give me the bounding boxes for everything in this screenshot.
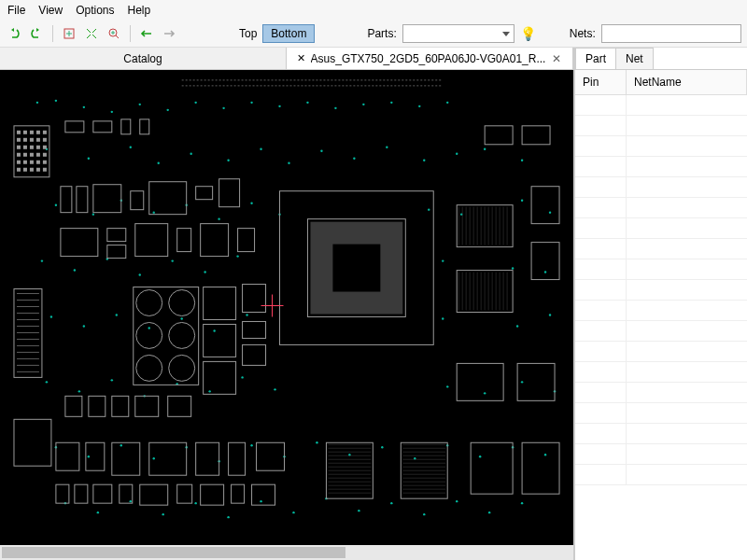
svg-point-20 <box>88 158 90 160</box>
svg-point-57 <box>83 325 85 327</box>
table-row[interactable] <box>575 465 747 485</box>
svg-point-4 <box>55 100 57 102</box>
svg-point-50 <box>172 259 174 261</box>
menu-options[interactable]: Options <box>76 4 114 17</box>
svg-rect-154 <box>43 161 47 164</box>
svg-point-52 <box>236 255 238 257</box>
nets-label: Nets: <box>570 27 596 40</box>
svg-point-37 <box>153 211 155 213</box>
table-row[interactable] <box>575 259 747 280</box>
svg-point-30 <box>423 160 425 161</box>
svg-point-79 <box>88 455 90 457</box>
table-row[interactable] <box>575 116 747 136</box>
side-tab-part[interactable]: Part <box>575 48 616 69</box>
table-row[interactable] <box>575 218 747 239</box>
svg-point-80 <box>120 444 122 446</box>
separator <box>52 25 53 42</box>
svg-point-84 <box>250 444 252 446</box>
tab-catalog[interactable]: Catalog <box>0 48 287 69</box>
table-row[interactable] <box>575 136 747 157</box>
svg-point-46 <box>41 259 43 261</box>
close-icon[interactable]: ✕ <box>551 53 562 64</box>
col-header-netname[interactable]: NetName <box>627 70 747 94</box>
svg-rect-148 <box>36 153 40 157</box>
svg-point-7 <box>139 104 141 105</box>
table-row[interactable] <box>575 424 747 444</box>
table-row[interactable] <box>575 342 747 362</box>
svg-rect-138 <box>36 138 40 142</box>
tab-document[interactable]: ✕ Asus_GTX750_2GD5_60PA06J0-VG0A01_R... … <box>287 48 573 69</box>
menu-help[interactable]: Help <box>128 4 151 17</box>
redo-icon[interactable] <box>28 25 45 42</box>
svg-rect-152 <box>30 161 34 164</box>
nav-back-icon[interactable] <box>138 25 155 42</box>
table-row[interactable] <box>575 95 747 116</box>
svg-point-91 <box>479 455 481 457</box>
zoom-window-icon[interactable] <box>83 25 100 42</box>
svg-point-44 <box>521 199 523 201</box>
table-row[interactable] <box>575 362 747 383</box>
svg-point-24 <box>227 160 229 161</box>
svg-rect-149 <box>43 153 47 157</box>
nav-forward-icon[interactable] <box>161 25 177 42</box>
nets-input[interactable] <box>601 24 741 43</box>
svg-point-42 <box>428 208 430 210</box>
table-row[interactable] <box>575 198 747 218</box>
svg-point-100 <box>260 500 261 502</box>
svg-point-31 <box>456 153 458 155</box>
canvas-scrollbar-h[interactable] <box>0 545 573 560</box>
svg-point-101 <box>292 511 294 513</box>
undo-icon[interactable] <box>6 25 22 42</box>
svg-point-104 <box>390 502 392 504</box>
layer-bottom-button[interactable]: Bottom <box>262 24 315 43</box>
svg-point-68 <box>111 379 113 381</box>
table-row[interactable] <box>575 280 747 301</box>
menu-file[interactable]: File <box>7 4 25 17</box>
bulb-icon[interactable]: 💡 <box>520 26 536 41</box>
side-panel: Part Net Pin NetName <box>574 48 747 560</box>
svg-point-61 <box>213 329 215 331</box>
svg-point-59 <box>148 327 150 329</box>
toolbar: Top Bottom Parts: 💡 Nets: <box>0 21 747 48</box>
svg-point-45 <box>549 211 551 213</box>
svg-rect-139 <box>43 138 47 142</box>
table-row[interactable] <box>575 239 747 259</box>
svg-point-54 <box>512 267 514 269</box>
side-tab-net[interactable]: Net <box>615 48 654 69</box>
table-row[interactable] <box>575 177 747 198</box>
svg-point-14 <box>334 107 336 109</box>
svg-rect-137 <box>30 138 34 142</box>
svg-point-22 <box>158 162 160 164</box>
svg-point-11 <box>250 102 252 104</box>
table-row[interactable] <box>575 321 747 342</box>
svg-rect-151 <box>23 161 27 164</box>
zoom-in-icon[interactable] <box>106 25 122 42</box>
table-row[interactable] <box>575 301 747 321</box>
table-row[interactable] <box>575 444 747 465</box>
svg-rect-131 <box>23 131 27 134</box>
table-row[interactable] <box>575 383 747 403</box>
svg-point-75 <box>484 392 486 394</box>
pcb-canvas[interactable] <box>0 70 573 545</box>
svg-point-47 <box>74 269 76 271</box>
svg-rect-136 <box>23 138 27 142</box>
svg-point-65 <box>549 314 551 315</box>
parts-combo[interactable] <box>402 24 514 43</box>
table-row[interactable] <box>575 403 747 424</box>
zoom-fit-icon[interactable] <box>61 25 78 42</box>
svg-rect-130 <box>17 131 21 134</box>
svg-rect-143 <box>36 146 40 149</box>
svg-point-86 <box>316 441 317 443</box>
svg-point-17 <box>418 105 420 107</box>
shuffle-icon: ✕ <box>297 52 305 64</box>
pin-grid: Pin NetName <box>575 70 747 560</box>
table-row[interactable] <box>575 157 747 177</box>
svg-point-35 <box>92 213 94 215</box>
svg-point-25 <box>260 148 261 150</box>
col-header-pin[interactable]: Pin <box>575 70 627 94</box>
svg-point-62 <box>246 314 247 315</box>
tab-catalog-label: Catalog <box>123 52 162 65</box>
menu-view[interactable]: View <box>38 4 63 17</box>
svg-point-55 <box>544 271 546 273</box>
svg-point-3 <box>36 102 38 104</box>
